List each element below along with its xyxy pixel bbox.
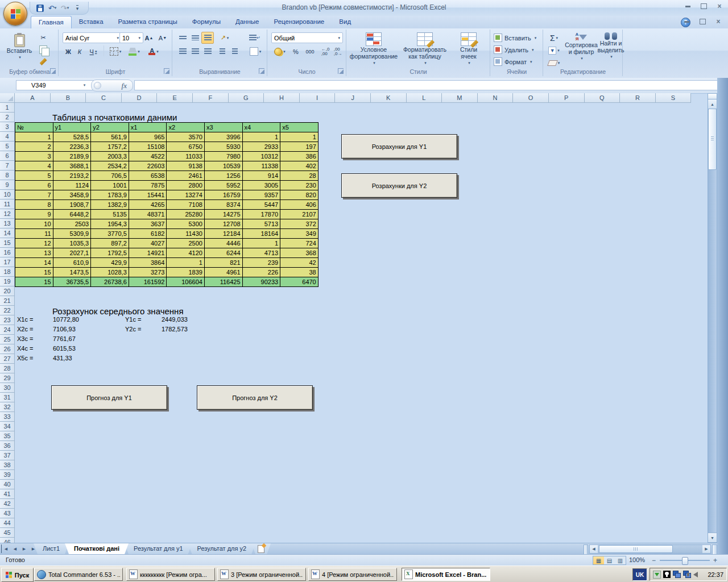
row-header-15[interactable]: 15 xyxy=(0,238,15,248)
row-header-12[interactable]: 12 xyxy=(0,209,15,219)
row-header-5[interactable]: 5 xyxy=(0,142,15,151)
align-right-button[interactable] xyxy=(201,45,214,57)
row-header-19[interactable]: 19 xyxy=(0,277,15,286)
formula-input[interactable] xyxy=(134,80,720,90)
font-name-combo[interactable]: Arial Cyr▾ xyxy=(63,32,122,43)
row-header-27[interactable]: 27 xyxy=(0,354,15,364)
close-button[interactable]: × xyxy=(715,3,723,10)
calc-y1-button[interactable]: Розрахунки для Y1 xyxy=(341,134,457,159)
sheet-tab-1[interactable]: Лист1 xyxy=(34,543,69,554)
table-cell[interactable]: 820 xyxy=(280,190,318,200)
table-cell[interactable]: 1839 xyxy=(167,268,205,277)
normal-view-button[interactable]: ▦ xyxy=(593,556,604,564)
table-cell[interactable]: 3 xyxy=(15,152,53,161)
column-header-G[interactable]: G xyxy=(229,93,264,103)
italic-button[interactable]: К xyxy=(74,45,85,57)
decrease-indent-button[interactable] xyxy=(216,45,229,57)
table-cell[interactable]: 22603 xyxy=(129,161,167,171)
table-cell[interactable]: 5952 xyxy=(204,181,242,190)
column-header-P[interactable]: P xyxy=(549,93,585,103)
table-cell[interactable]: 897,2 xyxy=(91,239,129,248)
table-cell[interactable]: 38 xyxy=(280,268,318,277)
start-button[interactable]: Пуск xyxy=(1,568,34,582)
table-cell[interactable]: 7 xyxy=(15,190,53,200)
row-header-39[interactable]: 39 xyxy=(0,470,15,480)
wrap-text-button[interactable]: ↵ xyxy=(247,32,263,44)
row-header-23[interactable]: 23 xyxy=(0,315,15,325)
table-cell[interactable]: 1792,5 xyxy=(91,248,129,258)
row-header-42[interactable]: 42 xyxy=(0,499,15,509)
table-cell[interactable]: 9357 xyxy=(242,190,280,200)
row-header-26[interactable]: 26 xyxy=(0,344,15,354)
accounting-format-button[interactable]: ▾ xyxy=(271,45,288,57)
row-header-36[interactable]: 36 xyxy=(0,441,15,451)
table-cell[interactable]: 13274 xyxy=(167,190,205,200)
table-cell[interactable]: 429,9 xyxy=(91,258,129,268)
number-dialog-launcher-icon[interactable] xyxy=(338,68,344,74)
table-cell[interactable]: 6 xyxy=(15,181,53,190)
fill-button[interactable]: ▼▾ xyxy=(546,44,562,56)
table-total-cell[interactable]: 15 xyxy=(15,277,53,287)
row-header-43[interactable]: 43 xyxy=(0,509,15,518)
row-header-45[interactable]: 45 xyxy=(0,528,15,538)
column-header-K[interactable]: K xyxy=(371,93,407,103)
table-cell[interactable]: 25280 xyxy=(167,210,205,219)
table-cell[interactable]: 4265 xyxy=(129,200,167,210)
table-cell[interactable]: 15441 xyxy=(129,190,167,200)
table-cell[interactable]: 2107 xyxy=(280,210,318,219)
row-header-40[interactable]: 40 xyxy=(0,480,15,489)
ribbon-tab-6[interactable]: Рецензирование xyxy=(266,16,332,28)
vertical-split-handle[interactable] xyxy=(708,94,717,99)
row-header-37[interactable]: 37 xyxy=(0,451,15,460)
table-cell[interactable]: 4522 xyxy=(129,152,167,161)
table-cell[interactable]: 5 xyxy=(15,171,53,181)
table-total-cell[interactable]: 26738,6 xyxy=(91,277,129,287)
horizontal-scrollbar[interactable]: ◀ ▶ xyxy=(589,544,711,554)
taskbar-task-4[interactable]: 4 [Режим ограниченной... xyxy=(308,568,397,581)
find-select-button[interactable]: Найти и выделить▾ xyxy=(599,32,622,68)
row-header-17[interactable]: 17 xyxy=(0,257,15,267)
fill-color-button[interactable]: ▾ xyxy=(125,45,143,57)
forecast-y2-button[interactable]: Прогноз для Y2 xyxy=(197,385,313,410)
row-header-7[interactable]: 7 xyxy=(0,161,15,171)
download-tray-icon[interactable] xyxy=(653,571,661,579)
table-cell[interactable]: 11338 xyxy=(242,161,280,171)
table-cell[interactable]: 3996 xyxy=(204,132,242,142)
column-header-C[interactable]: C xyxy=(86,93,122,103)
table-cell[interactable]: 706,5 xyxy=(91,171,129,181)
table-total-cell[interactable]: 161592 xyxy=(129,277,167,287)
table-cell[interactable]: 12184 xyxy=(204,229,242,239)
table-cell[interactable]: 2503 xyxy=(53,219,91,229)
row-header-33[interactable]: 33 xyxy=(0,412,15,422)
table-cell[interactable]: 402 xyxy=(280,161,318,171)
borders-button[interactable]: ▾ xyxy=(107,45,124,57)
table-cell[interactable]: 914 xyxy=(242,171,280,181)
table-cell[interactable]: 1783,9 xyxy=(91,190,129,200)
table-cell[interactable]: 13 xyxy=(15,248,53,258)
table-cell[interactable]: 1001 xyxy=(91,181,129,190)
alignment-dialog-launcher-icon[interactable] xyxy=(259,68,264,74)
taskbar-task-1[interactable]: Total Commander 6.53 - ... xyxy=(34,568,123,581)
column-header-M[interactable]: M xyxy=(442,93,478,103)
forecast-y1-button[interactable]: Прогноз для Y1 xyxy=(51,385,167,410)
taskbar-task-2[interactable]: ккккккккк [Режим огра... xyxy=(126,568,215,581)
table-header-cell[interactable]: y1 xyxy=(53,123,91,132)
table-cell[interactable]: 2027,1 xyxy=(53,248,91,258)
scroll-down-icon[interactable]: ▼ xyxy=(708,533,717,542)
table-cell[interactable]: 7980 xyxy=(204,152,242,161)
table-cell[interactable]: 386 xyxy=(280,152,318,161)
clock[interactable]: 22:37 xyxy=(708,571,723,578)
table-cell[interactable]: 3570 xyxy=(167,132,205,142)
table-cell[interactable]: 965 xyxy=(129,132,167,142)
row-header-14[interactable]: 14 xyxy=(0,228,15,238)
previous-sheet-icon[interactable]: ◀ xyxy=(11,544,19,553)
underline-button[interactable]: Ч▾ xyxy=(85,45,101,57)
table-cell[interactable]: 9 xyxy=(15,210,53,219)
restore-button[interactable] xyxy=(700,3,708,10)
ribbon-tab-1[interactable]: Главная xyxy=(31,16,72,28)
table-header-cell[interactable]: y2 xyxy=(91,123,129,132)
increase-indent-button[interactable] xyxy=(229,45,241,57)
column-header-E[interactable]: E xyxy=(157,93,193,103)
clipboard-dialog-launcher-icon[interactable] xyxy=(50,68,56,74)
column-header-S[interactable]: S xyxy=(656,93,692,103)
